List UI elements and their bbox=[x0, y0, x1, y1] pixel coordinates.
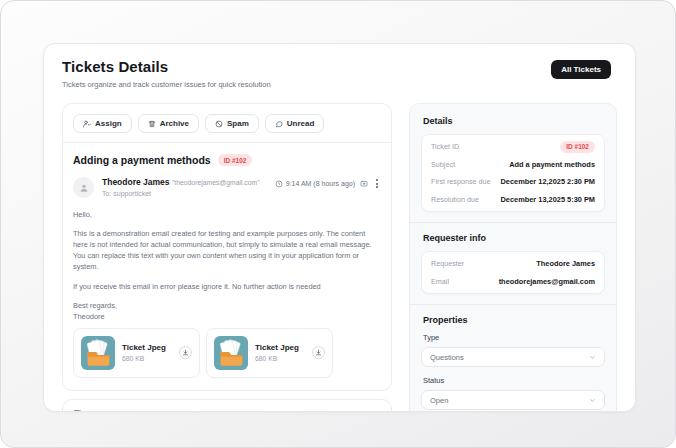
chevron-down-icon bbox=[589, 354, 596, 361]
email-card: Assign Archive Spam Unread bbox=[62, 103, 392, 391]
page-header: Tickets Details Tickets organize and tra… bbox=[44, 44, 635, 95]
spam-button[interactable]: Spam bbox=[205, 114, 259, 133]
chat-bubble-icon bbox=[275, 120, 283, 128]
email-toolbar: Assign Archive Spam Unread bbox=[73, 114, 381, 133]
more-options-menu[interactable] bbox=[373, 178, 381, 189]
spam-label: Spam bbox=[227, 119, 249, 128]
row-value: Add a payment methods bbox=[509, 160, 595, 169]
chevron-down-icon[interactable] bbox=[86, 410, 93, 412]
detail-row-resolution-due: Resolution due December 13,2025 5:30 PM bbox=[431, 191, 595, 209]
toolbar-divider bbox=[63, 142, 391, 143]
status-value: Open bbox=[430, 396, 448, 405]
app-viewport: Tickets Details Tickets organize and tra… bbox=[0, 0, 676, 448]
attachment-tile[interactable]: Ticket Jpeg 680 KB bbox=[73, 328, 200, 378]
row-label: Requester bbox=[431, 259, 464, 268]
archive-button[interactable]: Archive bbox=[138, 114, 199, 133]
requester-row-email: Email theodorejames@gmail.com bbox=[431, 273, 595, 291]
chevron-down-icon bbox=[589, 397, 596, 404]
status-label: Status bbox=[423, 376, 605, 385]
details-section-title: Details bbox=[423, 116, 605, 126]
row-value: December 13,2025 5:30 PM bbox=[501, 195, 596, 204]
sender-info: Theodore James "theodorejames@gmail.com"… bbox=[102, 177, 275, 197]
row-value: Theodore James bbox=[536, 259, 595, 268]
avatar bbox=[73, 177, 94, 198]
unread-button[interactable]: Unread bbox=[265, 114, 325, 133]
assign-button[interactable]: Assign bbox=[73, 114, 132, 133]
type-field: Type Questions bbox=[421, 333, 605, 367]
ticket-id-badge: ID #102 bbox=[560, 141, 595, 153]
reply-icon[interactable] bbox=[360, 180, 368, 188]
attachment-thumbnail bbox=[214, 336, 248, 370]
requester-row-name: Requester Theodore James bbox=[431, 255, 595, 273]
clock-icon bbox=[275, 180, 283, 188]
attachment-meta: Ticket Jpeg 680 KB bbox=[255, 343, 305, 362]
status-select[interactable]: Open bbox=[421, 390, 605, 410]
sender-row: Theodore James "theodorejames@gmail.com"… bbox=[73, 177, 381, 198]
type-select[interactable]: Questions bbox=[421, 347, 605, 367]
attachments-row: Ticket Jpeg 680 KB bbox=[73, 328, 381, 378]
assign-label: Assign bbox=[95, 119, 122, 128]
archive-label: Archive bbox=[160, 119, 189, 128]
section-divider bbox=[410, 304, 616, 305]
download-button[interactable] bbox=[179, 346, 192, 359]
attachment-name: Ticket Jpeg bbox=[122, 343, 172, 352]
status-field: Status Open bbox=[421, 376, 605, 410]
email-body: Hello, This is a demonstration email cre… bbox=[73, 209, 381, 322]
composer-from-address: Theodore James (theodorejames@gmail.com) bbox=[100, 409, 255, 412]
email-meta: 9:14 AM (8 hours ago) bbox=[275, 178, 381, 189]
composer-from-row[interactable]: Theodore James (theodorejames@gmail.com) bbox=[73, 409, 381, 412]
email-time-text: 9:14 AM (8 hours ago) bbox=[286, 180, 355, 187]
email-time: 9:14 AM (8 hours ago) bbox=[275, 180, 355, 188]
content-area: Assign Archive Spam Unread bbox=[44, 95, 635, 412]
type-label: Type bbox=[423, 333, 605, 342]
reply-icon bbox=[73, 409, 82, 412]
body-signoff: Best regards, bbox=[73, 300, 381, 311]
row-value: December 12,2025 2:30 PM bbox=[501, 177, 596, 186]
attachment-meta: Ticket Jpeg 680 KB bbox=[122, 343, 172, 362]
recipient-line: To: supporticket bbox=[102, 190, 275, 197]
email-thread-column: Assign Archive Spam Unread bbox=[62, 103, 392, 412]
sender-name-line: Theodore James "theodorejames@gmail.com" bbox=[102, 177, 275, 187]
attachment-tile[interactable]: Ticket Jpeg 680 KB bbox=[206, 328, 333, 378]
requester-card: Requester Theodore James Email theodorej… bbox=[421, 251, 605, 294]
row-label: First response due bbox=[431, 177, 491, 186]
section-divider bbox=[410, 222, 616, 223]
attachment-size: 680 KB bbox=[255, 355, 305, 362]
ticket-id-badge: ID #102 bbox=[218, 154, 253, 166]
unread-label: Unread bbox=[287, 119, 315, 128]
all-tickets-button[interactable]: All Tickets bbox=[551, 60, 611, 79]
page-title: Tickets Details bbox=[62, 58, 617, 75]
properties-section-title: Properties bbox=[423, 315, 605, 325]
body-paragraph-2: If you receive this email in error pleas… bbox=[73, 281, 381, 292]
body-signature: Theodore bbox=[73, 311, 381, 322]
attachment-name: Ticket Jpeg bbox=[255, 343, 305, 352]
details-card: Ticket ID ID #102 Subject Add a payment … bbox=[421, 134, 605, 212]
assign-user-icon bbox=[83, 120, 91, 128]
row-value: theodorejames@gmail.com bbox=[499, 277, 595, 286]
trash-icon bbox=[148, 120, 156, 128]
type-value: Questions bbox=[430, 353, 464, 362]
email-subject: Adding a payment methods bbox=[73, 154, 211, 166]
download-icon bbox=[315, 349, 322, 356]
folder-documents-illustration bbox=[214, 336, 248, 370]
detail-row-ticket-id: Ticket ID ID #102 bbox=[431, 138, 595, 156]
row-label: Email bbox=[431, 277, 449, 286]
download-button[interactable] bbox=[312, 346, 325, 359]
reply-composer: Theodore James (theodorejames@gmail.com)… bbox=[62, 399, 392, 412]
subject-row: Adding a payment methods ID #102 bbox=[73, 154, 381, 166]
attachment-size: 680 KB bbox=[122, 355, 172, 362]
person-icon bbox=[79, 183, 89, 193]
folder-documents-illustration bbox=[81, 336, 115, 370]
detail-row-first-response: First response due December 12,2025 2:30… bbox=[431, 173, 595, 191]
body-paragraph-1: This is a demonstration email created fo… bbox=[73, 228, 381, 272]
ban-icon bbox=[215, 120, 223, 128]
ticket-info-panel: Details Ticket ID ID #102 Subject Add a … bbox=[409, 103, 617, 412]
requester-section-title: Requester info bbox=[423, 233, 605, 243]
row-label: Ticket ID bbox=[431, 142, 459, 151]
sender-name: Theodore James bbox=[102, 177, 170, 187]
download-icon bbox=[182, 349, 189, 356]
body-greeting: Hello, bbox=[73, 209, 381, 220]
tickets-details-card: Tickets Details Tickets organize and tra… bbox=[43, 43, 636, 412]
page-subtitle: Tickets organize and track customer issu… bbox=[62, 80, 617, 89]
detail-row-subject: Subject Add a payment methods bbox=[431, 156, 595, 174]
